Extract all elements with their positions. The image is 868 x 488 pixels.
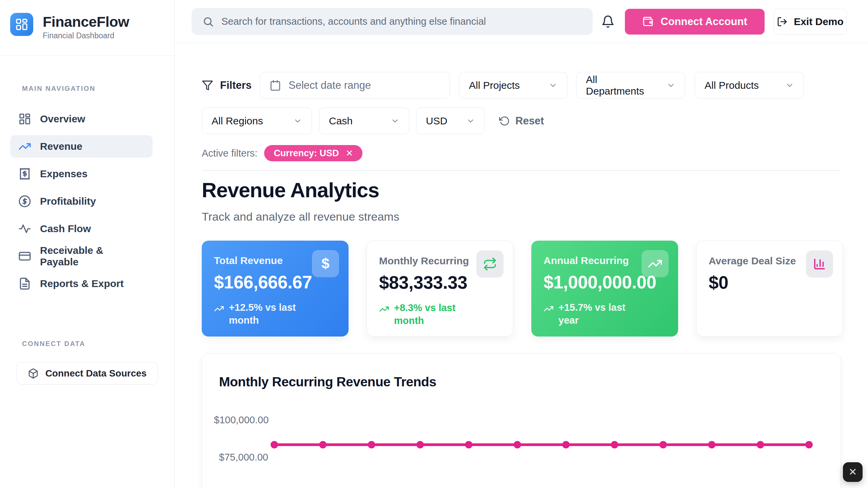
payment-method-dropdown[interactable]: Cash bbox=[319, 107, 409, 134]
calendar-icon bbox=[270, 80, 281, 91]
dollar-circle-icon bbox=[18, 195, 31, 208]
mrr-trends-chart-card: Monthly Recurring Revenue Trends $100,00… bbox=[202, 353, 841, 488]
mrr-line-chart bbox=[202, 353, 841, 488]
data-point[interactable] bbox=[757, 441, 764, 448]
data-point[interactable] bbox=[368, 441, 375, 448]
sidebar-item-expenses[interactable]: Expenses bbox=[10, 163, 153, 185]
close-icon: ✕ bbox=[848, 467, 857, 477]
dollar-icon: $ bbox=[312, 250, 339, 277]
activity-icon bbox=[18, 222, 31, 235]
data-point[interactable] bbox=[416, 441, 424, 448]
card-delta: +15.7% vs last year bbox=[544, 301, 645, 327]
log-out-icon bbox=[777, 16, 788, 27]
card-delta: +12.5% vs last month bbox=[214, 301, 316, 327]
regions-value: All Regions bbox=[212, 115, 263, 127]
data-point[interactable] bbox=[562, 441, 570, 448]
card-label: Annual Recurring bbox=[544, 255, 645, 266]
departments-dropdown[interactable]: All Departments bbox=[576, 72, 685, 99]
repeat-icon bbox=[476, 250, 504, 278]
currency-filter-chip[interactable]: Currency: USD ✕ bbox=[264, 145, 362, 161]
sidebar-item-reports-export[interactable]: Reports & Export bbox=[10, 272, 153, 295]
average-deal-size-card: Average Deal Size $0 bbox=[696, 241, 843, 337]
top-bar: Connect Account Exit Demo bbox=[175, 0, 868, 43]
exit-demo-label: Exit Demo bbox=[794, 16, 844, 27]
app-title: FinanceFlow bbox=[43, 13, 129, 30]
data-point[interactable] bbox=[708, 441, 715, 448]
sidebar-item-label: Expenses bbox=[40, 168, 87, 180]
search-input[interactable] bbox=[221, 16, 582, 27]
box-icon bbox=[28, 368, 39, 379]
trending-up-icon bbox=[214, 304, 224, 314]
global-search[interactable] bbox=[192, 8, 593, 35]
date-range-input[interactable]: Select date range bbox=[260, 72, 450, 99]
sidebar-item-label: Revenue bbox=[40, 141, 82, 152]
connect-account-button[interactable]: Connect Account bbox=[625, 9, 765, 35]
sidebar-item-label: Cash Flow bbox=[40, 223, 91, 235]
active-filters-row: Active filters: Currency: USD ✕ bbox=[202, 145, 362, 161]
active-filters-label: Active filters: bbox=[202, 148, 257, 159]
sidebar-divider bbox=[0, 55, 174, 56]
bell-icon bbox=[601, 15, 615, 28]
monthly-recurring-card: Monthly Recurring $83,333.33 +8.3% vs la… bbox=[367, 241, 513, 337]
currency-value: USD bbox=[426, 115, 447, 127]
card-label: Total Revenue bbox=[214, 255, 316, 266]
sidebar-item-cash-flow[interactable]: Cash Flow bbox=[10, 218, 153, 240]
departments-value: All Departments bbox=[586, 74, 658, 97]
nav-section-title: MAIN NAVIGATION bbox=[22, 85, 96, 93]
notifications-button[interactable] bbox=[599, 13, 617, 30]
sidebar-item-label: Reports & Export bbox=[40, 278, 124, 289]
sidebar-item-revenue[interactable]: Revenue bbox=[10, 135, 153, 158]
chip-label: Currency: USD bbox=[274, 148, 339, 159]
filters-row-1: Filters Select date range All Projects bbox=[202, 72, 804, 99]
file-text-icon bbox=[18, 277, 31, 290]
rotate-ccw-icon bbox=[499, 116, 510, 126]
chevron-down-icon bbox=[667, 81, 675, 90]
products-dropdown[interactable]: All Products bbox=[695, 72, 804, 99]
sidebar-item-overview[interactable]: Overview bbox=[10, 108, 153, 130]
filters-row-2: All Regions Cash USD bbox=[202, 107, 544, 134]
data-point[interactable] bbox=[611, 441, 618, 448]
app-logo-icon bbox=[10, 13, 33, 36]
sidebar-item-label: Overview bbox=[40, 113, 85, 125]
exit-demo-button[interactable]: Exit Demo bbox=[774, 9, 847, 35]
regions-dropdown[interactable]: All Regions bbox=[202, 107, 312, 134]
chevron-down-icon bbox=[785, 81, 794, 90]
trending-up-icon bbox=[642, 250, 669, 277]
receipt-icon bbox=[18, 167, 31, 180]
page-subtitle: Track and analyze all revenue streams bbox=[202, 210, 399, 223]
financeflow-dashboard: FinanceFlow Financial Dashboard MAIN NAV… bbox=[0, 0, 868, 488]
data-point[interactable] bbox=[659, 441, 667, 448]
currency-dropdown[interactable]: USD bbox=[416, 107, 485, 134]
total-revenue-card: Total Revenue $166,666.67 +12.5% vs last… bbox=[202, 241, 349, 337]
data-point[interactable] bbox=[465, 441, 472, 448]
connect-data-sources-button[interactable]: Connect Data Sources bbox=[16, 362, 158, 385]
data-point[interactable] bbox=[514, 441, 521, 448]
projects-value: All Projects bbox=[469, 80, 520, 91]
chevron-down-icon bbox=[466, 117, 475, 125]
bar-chart-icon bbox=[806, 250, 833, 278]
sidebar-item-label: Receivable & Payable bbox=[40, 245, 144, 268]
sidebar-item-profitability[interactable]: Profitability bbox=[10, 190, 153, 212]
reset-filters-button[interactable]: Reset bbox=[499, 115, 544, 127]
funnel-icon bbox=[202, 80, 213, 91]
chevron-down-icon bbox=[549, 81, 557, 90]
wallet-icon bbox=[642, 16, 654, 27]
projects-dropdown[interactable]: All Projects bbox=[459, 72, 567, 99]
trending-up-icon bbox=[544, 304, 554, 314]
sidebar: FinanceFlow Financial Dashboard MAIN NAV… bbox=[0, 0, 175, 488]
data-point[interactable] bbox=[271, 441, 278, 448]
sidebar-item-label: Profitability bbox=[40, 196, 96, 207]
date-range-placeholder: Select date range bbox=[289, 79, 371, 92]
data-point[interactable] bbox=[319, 441, 327, 448]
dashboard-grid-icon bbox=[18, 113, 31, 125]
sidebar-item-receivable-payable[interactable]: Receivable & Payable bbox=[10, 245, 153, 267]
page-title: Revenue Analytics bbox=[202, 178, 379, 202]
close-overlay-button[interactable]: ✕ bbox=[843, 462, 863, 482]
chevron-down-icon bbox=[391, 117, 399, 125]
trending-up-icon bbox=[18, 140, 31, 153]
method-value: Cash bbox=[329, 115, 353, 127]
credit-card-icon bbox=[18, 250, 31, 263]
data-point[interactable] bbox=[805, 441, 813, 448]
close-icon[interactable]: ✕ bbox=[346, 148, 353, 159]
filters-title: Filters bbox=[202, 79, 252, 92]
